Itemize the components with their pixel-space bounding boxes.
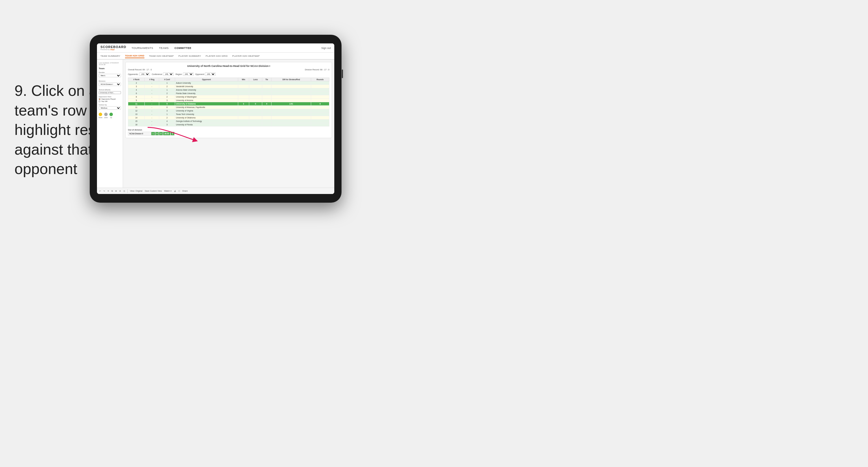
data-cell bbox=[272, 109, 311, 113]
out-of-division-title: Out of division bbox=[128, 129, 329, 131]
toolbar-close[interactable]: ✕ bbox=[107, 190, 109, 192]
legend-level-icon bbox=[104, 113, 108, 116]
data-cell bbox=[262, 123, 272, 126]
col-win: Win bbox=[238, 78, 249, 81]
data-cell: - bbox=[145, 113, 159, 116]
opponents-select[interactable]: (All) bbox=[139, 72, 150, 76]
table-header: # Rank # Reg # Conf Opponent Win Loss Ti… bbox=[128, 78, 329, 81]
table-row[interactable]: 16-3University of Florida bbox=[128, 123, 329, 126]
last-updated: Last Updated: 27/03/2024 16:55:38 bbox=[99, 62, 121, 65]
data-cell bbox=[311, 106, 329, 109]
table-row[interactable]: 3-2Vanderbilt University bbox=[128, 85, 329, 88]
data-cell bbox=[249, 106, 262, 109]
sub-nav-team-h2h-heatmap[interactable]: TEAM H2H HEATMAP bbox=[149, 54, 174, 58]
toolbar-time[interactable]: ◷ bbox=[123, 190, 125, 192]
out-loss: 0 bbox=[155, 132, 159, 136]
table-row[interactable]: 13-1Texas Tech University bbox=[128, 113, 329, 116]
sub-nav-player-h2h-grid[interactable]: PLAYER H2H GRID bbox=[206, 54, 228, 58]
legend-level: Level bbox=[104, 113, 108, 118]
opponent-select[interactable]: (All) bbox=[205, 72, 216, 76]
sign-out[interactable]: Sign out bbox=[321, 47, 331, 50]
radio-top100[interactable]: Top 100 bbox=[99, 100, 121, 102]
sidebar-division-select[interactable]: NCAA Division I bbox=[99, 83, 121, 86]
tablet-screen: SCOREBOARD Powered by clippi TOURNAMENTS… bbox=[97, 43, 334, 194]
data-cell bbox=[272, 106, 311, 109]
toolbar-zoom-in[interactable]: ⊕ bbox=[115, 190, 117, 192]
records-row: Overall Record: 89 - 17 - 0 Division Rec… bbox=[128, 68, 329, 71]
table-row[interactable]: 11-6University of Arkansas, Fayetteville bbox=[128, 106, 329, 109]
data-cell bbox=[249, 113, 262, 116]
table-row[interactable]: 4-1Arizona State University bbox=[128, 88, 329, 92]
data-cell bbox=[262, 85, 272, 88]
data-cell: 5 bbox=[159, 102, 175, 106]
nav-committee[interactable]: COMMITTEE bbox=[175, 46, 192, 50]
data-cell bbox=[249, 85, 262, 88]
out-label: NCAA Division II bbox=[128, 132, 151, 136]
toolbar-settings[interactable]: ⬡ bbox=[178, 190, 180, 192]
data-cell: - bbox=[145, 109, 159, 113]
data-cell bbox=[238, 109, 249, 113]
opponent-name-cell: University of Oklahoma bbox=[175, 116, 238, 120]
sub-nav-player-summary[interactable]: PLAYER SUMMARY bbox=[178, 54, 201, 58]
sidebar-opponent-view-label: Opponent View bbox=[99, 96, 121, 97]
table-row[interactable]: 15-4Georgia Institute of Technology bbox=[128, 120, 329, 123]
sidebar-opponent-radio-group: Opponents Played Top 100 bbox=[99, 98, 121, 102]
data-cell: 3 bbox=[159, 109, 175, 113]
sidebar-school-label: School (Rank) bbox=[99, 89, 121, 91]
nav-teams[interactable]: TEAMS bbox=[159, 46, 169, 50]
out-of-division-row[interactable]: NCAA Division II 1 0 0 26.00 3 bbox=[128, 132, 329, 136]
opponent-name-cell: Texas Tech University bbox=[175, 113, 238, 116]
data-cell bbox=[262, 116, 272, 120]
region-select[interactable]: (All) bbox=[183, 72, 194, 76]
table-row[interactable]: 14-2University of Oklahoma bbox=[128, 116, 329, 120]
h2h-table: # Rank # Reg # Conf Opponent Win Loss Ti… bbox=[128, 78, 329, 126]
data-cell bbox=[238, 99, 249, 102]
data-cell: 15 bbox=[128, 120, 145, 123]
data-cell: - bbox=[145, 116, 159, 120]
data-cell bbox=[249, 109, 262, 113]
table-row[interactable]: 2-1Auburn University bbox=[128, 81, 329, 85]
sidebar-gender-select[interactable]: Men's bbox=[99, 74, 121, 77]
toolbar-copy[interactable]: ⧉ bbox=[112, 190, 113, 192]
toolbar-redo[interactable]: ↪ bbox=[103, 190, 105, 192]
toolbar-watch[interactable]: Watch ▾ bbox=[164, 190, 172, 192]
table-row[interactable]: 12-3University of Virginia bbox=[128, 109, 329, 113]
opponent-name-cell: University of Washington bbox=[175, 95, 238, 99]
data-cell: - bbox=[145, 88, 159, 92]
data-cell: 1 bbox=[159, 81, 175, 85]
data-cell bbox=[238, 92, 249, 95]
data-cell bbox=[238, 106, 249, 109]
col-loss: Loss bbox=[249, 78, 262, 81]
data-cell bbox=[272, 88, 311, 92]
toolbar-share[interactable]: Share bbox=[182, 190, 188, 192]
conference-select[interactable]: (All) bbox=[163, 72, 174, 76]
data-cell: 12 bbox=[128, 109, 145, 113]
data-cell bbox=[272, 81, 311, 85]
data-cell bbox=[311, 81, 329, 85]
toolbar-zoom-out[interactable]: ⊖ bbox=[119, 190, 121, 192]
bottom-toolbar: ↩ ↪ ✕ ⧉ ⊕ ⊖ ◷ View: Original Save Custom… bbox=[97, 187, 334, 194]
toolbar-save-custom[interactable]: Save Custom View bbox=[145, 190, 162, 192]
sub-nav-player-h2h-heatmap[interactable]: PLAYER H2H HEATMAP bbox=[232, 54, 259, 58]
data-cell bbox=[272, 85, 311, 88]
table-row[interactable]: 6-2Florida State University bbox=[128, 92, 329, 95]
top-nav: SCOREBOARD Powered by clippi TOURNAMENTS… bbox=[97, 43, 334, 53]
toolbar-print[interactable]: 🖨 bbox=[174, 190, 176, 192]
data-cell: 2 bbox=[159, 92, 175, 95]
out-diff: 26.00 bbox=[163, 132, 170, 136]
table-row[interactable]: 8-2University of Washington bbox=[128, 95, 329, 99]
opponent-name-cell: Vanderbilt University bbox=[175, 85, 238, 88]
nav-tournaments[interactable]: TOURNAMENTS bbox=[131, 46, 153, 50]
radio-opponents-played[interactable]: Opponents Played bbox=[99, 98, 121, 100]
toolbar-view-original[interactable]: View: Original bbox=[130, 190, 143, 192]
col-opponent: Opponent bbox=[175, 78, 238, 81]
data-cell bbox=[238, 85, 249, 88]
toolbar-undo[interactable]: ↩ bbox=[99, 190, 101, 192]
sub-nav-team-summary[interactable]: TEAM SUMMARY bbox=[100, 54, 120, 58]
data-cell: 8 bbox=[311, 102, 329, 106]
sidebar-colour-by-select[interactable]: Win/loss bbox=[99, 106, 121, 110]
sub-nav-team-h2h-grid[interactable]: TEAM H2H GRID bbox=[125, 54, 145, 58]
data-cell: 11 bbox=[128, 102, 145, 106]
table-row[interactable]: 11-5University of Alabama3002.618 bbox=[128, 102, 329, 106]
table-row[interactable]: 9-3University of Arizona bbox=[128, 99, 329, 102]
